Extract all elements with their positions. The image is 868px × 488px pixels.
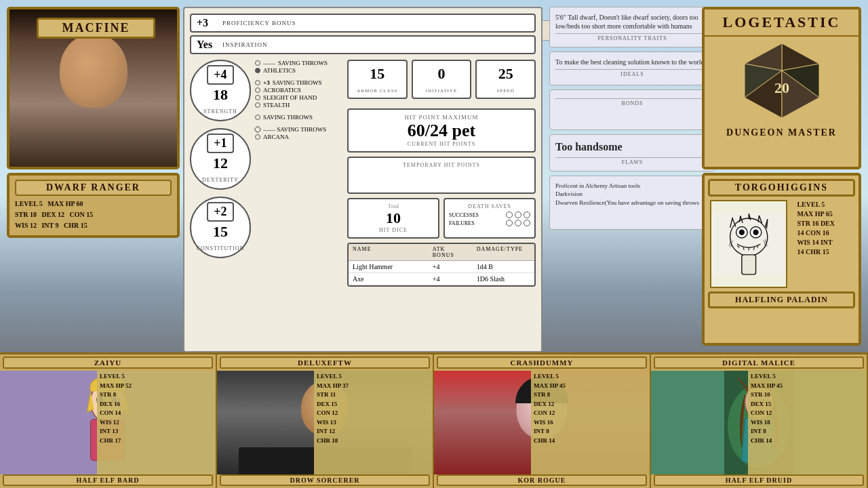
player-name-malice: DIGITAL MALICE xyxy=(654,357,864,369)
skills-column: —— SAVING THROWS ATHLETICS +3 SAVING THR… xyxy=(255,60,343,344)
athletics-row: ATHLETICS xyxy=(255,67,343,74)
weapon-2-dmg: 1D6 Slash xyxy=(473,273,534,285)
con-saving-throw: SAVING THROWS xyxy=(255,114,343,121)
dm-level: LEVEL 5 xyxy=(797,201,825,208)
dex-save-circle xyxy=(255,80,260,85)
dm-class: HALFLING PALADIN xyxy=(708,291,855,308)
p1-int: INT 12 xyxy=(317,428,335,434)
p0-maxhp: MAX HP 52 xyxy=(100,382,132,389)
player-portrait-zaiyu: LEVEL 5 MAX HP 52 STR 8 DEX 16 CON 14 WI… xyxy=(0,371,216,474)
sleight-row: SLEIGHT OF HAND xyxy=(255,94,343,101)
player-stats-zaiyu: LEVEL 5 MAX HP 52 STR 8 DEX 16 CON 14 WI… xyxy=(97,371,216,474)
flaws-label: FLAWS xyxy=(555,157,709,165)
d20-icon: 20 xyxy=(741,40,823,121)
p3-con: CON 12 xyxy=(751,409,772,416)
ideals-box: To make the best cleaning solution known… xyxy=(549,52,715,85)
dm-stats: LEVEL 5 MAX HP 65 STR 16 DEX 14 CON 16 W… xyxy=(791,200,853,288)
combat-stats-row: 15 ARMOR CLASS 0 INITIATIVE 25 SPEED xyxy=(347,60,536,99)
hp-current-box: HIT POINT MAXIMUM 60/24 pet CURRENT HIT … xyxy=(347,108,536,152)
success-3 xyxy=(524,211,530,218)
wis-save-circle xyxy=(254,125,261,133)
weapon-name-header: NAME xyxy=(349,244,429,260)
bonds-box: BONDS xyxy=(549,89,715,130)
dungeon-master-label: DUNGEON MASTER xyxy=(724,125,840,141)
sleight-label: SLEIGHT OF HAND xyxy=(263,94,317,101)
svg-point-12 xyxy=(739,230,745,235)
p0-int: INT 13 xyxy=(100,428,118,434)
str-stat: STR 18 xyxy=(15,211,37,218)
str-save-circle xyxy=(255,60,260,66)
p2-maxhp: MAX HP 45 xyxy=(534,382,566,389)
failures-label: FAILURES xyxy=(449,220,504,226)
con-score: 15 xyxy=(194,223,247,241)
stealth-label: STEALTH xyxy=(263,102,290,108)
level-stat: LEVEL 5 xyxy=(15,200,43,207)
p2-wis: WIS 16 xyxy=(534,419,553,426)
svg-rect-19 xyxy=(742,255,756,274)
dex-saving-throw: +3 SAVING THROWS xyxy=(255,79,343,86)
constitution-block: +2 15 CONSTITUTION xyxy=(190,197,251,258)
abilities-column: +4 18 STRENGTH +1 12 DEXTERITY +2 15 CON… xyxy=(190,60,251,344)
hp-current-value: 60/24 pet xyxy=(353,121,530,141)
char-class: DWARF RANGER xyxy=(15,180,172,196)
successes-row: SUCCESSES xyxy=(449,211,530,218)
p1-maxhp: MAX HP 37 xyxy=(317,382,349,389)
player-class-malice: HALF ELF DRUID xyxy=(654,474,864,486)
p3-level: LEVEL 5 xyxy=(751,373,776,380)
bonds-label: BONDS xyxy=(555,98,709,106)
successes-label: SUCCESSES xyxy=(449,212,504,218)
p3-str: STR 10 xyxy=(751,391,770,398)
p0-dex: DEX 16 xyxy=(100,401,120,407)
proficiency-label: PROFICIENCY BONUS xyxy=(222,20,296,26)
player-portrait-crash: LEVEL 5 MAX HP 45 STR 8 DEX 12 CON 12 WI… xyxy=(434,371,650,474)
success-1 xyxy=(506,211,513,218)
str-saving-throw: —— SAVING THROWS xyxy=(255,60,343,66)
p1-wis: WIS 13 xyxy=(317,419,336,426)
success-2 xyxy=(515,211,521,218)
p2-str: STR 8 xyxy=(534,391,550,398)
player-card-zaiyu: ZAIYU xyxy=(0,354,217,488)
player-card-deluxe: DELUXEFTW LEVEL 5 MAX HP 37 STR 11 DEX 1… xyxy=(217,354,434,488)
dex-score: 12 xyxy=(194,155,247,172)
hp-current-label: CURRENT HIT POINTS xyxy=(353,141,530,147)
dm-wis: WIS 14 xyxy=(797,239,818,246)
str-name: STRENGTH xyxy=(203,108,237,115)
combat-hp-column: 15 ARMOR CLASS 0 INITIATIVE 25 SPEED HIT… xyxy=(347,60,536,344)
dex-name: DEXTERITY xyxy=(202,177,239,183)
p0-con: CON 14 xyxy=(100,409,121,416)
wis-saving-throw: —— SAVING THROWS xyxy=(255,126,343,133)
arcana-label: ARCANA xyxy=(263,134,289,140)
speed-stat: 25 SPEED xyxy=(475,60,536,99)
proficiency-bonus-row: +3 PROFICIENCY BONUS xyxy=(190,14,536,33)
hit-dice-label: HIT DICE xyxy=(353,227,434,233)
acrobatics-row: ACROBATICS xyxy=(255,87,343,94)
logetastic-title: LOGETASTIC xyxy=(705,9,859,37)
int-stat: INT 9 xyxy=(41,222,58,229)
weapon-2-atk: +4 xyxy=(429,273,473,285)
con-modifier: +2 xyxy=(207,202,234,222)
initiative-label: INITIATIVE xyxy=(426,88,458,94)
p0-str: STR 8 xyxy=(100,391,116,398)
weapons-table: NAME ATK BONUS DAMAGE/TYPE Light Hammer … xyxy=(347,243,536,287)
features-text: Proficent in Alchemy Artisan tools Darkv… xyxy=(555,182,709,207)
weapon-1-atk: +4 xyxy=(429,261,473,272)
wis-save-label: —— SAVING THROWS xyxy=(263,126,326,133)
p2-level: LEVEL 5 xyxy=(534,373,559,380)
strength-block: +4 18 STRENGTH xyxy=(190,60,251,121)
p3-wis: WIS 18 xyxy=(751,419,770,426)
athletics-label: ATHLETICS xyxy=(263,67,296,74)
player-class-deluxe: DROW SORCERER xyxy=(220,474,430,486)
p0-level: LEVEL 5 xyxy=(100,373,125,380)
traits-panel: 5'6" Tall dwarf, Doesn't like dwarf soci… xyxy=(549,7,715,352)
weapon-2-name: Axe xyxy=(349,273,429,285)
p3-maxhp: MAX HP 45 xyxy=(751,382,783,389)
features-box: Proficent in Alchemy Artisan tools Darkv… xyxy=(549,176,715,230)
character-sheet: +3 PROFICIENCY BONUS Yes INSPIRATION +4 … xyxy=(183,7,542,352)
hit-dice-value: 10 xyxy=(353,209,434,227)
chr-stat: CHR 15 xyxy=(64,222,87,229)
flaws-text: Too handsome xyxy=(555,140,709,155)
acrobatics-circle xyxy=(255,87,260,93)
player-stats-malice: LEVEL 5 MAX HP 45 STR 10 DEX 15 CON 12 W… xyxy=(748,371,867,474)
dm-maxhp: MAX HP 65 xyxy=(797,210,832,218)
dexterity-block: +1 12 DEXTERITY xyxy=(190,128,251,190)
